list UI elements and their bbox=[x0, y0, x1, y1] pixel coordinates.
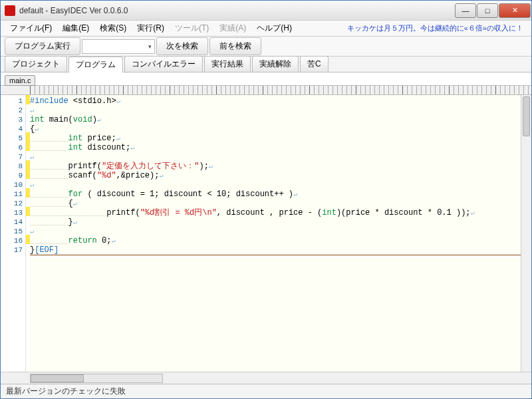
code-line[interactable]: ↵ bbox=[30, 180, 531, 190]
code-line[interactable]: ________printf("定価を入力して下さい：");↵ bbox=[30, 162, 531, 171]
line-number: 7 bbox=[1, 152, 25, 162]
menubar: ファイル(F) 編集(E) 検索(S) 実行(R) ツール(T) 実績(A) ヘ… bbox=[1, 21, 531, 37]
tab-run-result[interactable]: 実行結果 bbox=[204, 56, 251, 72]
menu-help[interactable]: ヘルプ(H) bbox=[251, 21, 297, 36]
code-line[interactable]: ________scanf("%d",&price);↵ bbox=[30, 171, 531, 180]
maximize-button[interactable]: □ bbox=[477, 3, 498, 18]
menu-edit[interactable]: 編集(E) bbox=[57, 21, 94, 36]
toolbar: プログラム実行 ▾ 次を検索 前を検索 bbox=[1, 37, 531, 57]
menu-file[interactable]: ファイル(F) bbox=[5, 21, 57, 36]
window-title: default - EasyIDEC Ver 0.0.6.0 bbox=[19, 6, 455, 15]
code-line[interactable]: ↵ bbox=[30, 227, 531, 236]
code-line[interactable]: ________int price;↵ bbox=[30, 134, 531, 143]
vscroll-thumb[interactable] bbox=[523, 96, 530, 136]
line-number: 14 bbox=[1, 217, 25, 227]
code-line[interactable]: ↵ bbox=[30, 152, 531, 162]
hscroll-area bbox=[1, 372, 531, 384]
run-program-button[interactable]: プログラム実行 bbox=[5, 37, 80, 55]
eof-line bbox=[30, 255, 531, 255]
line-number: 10 bbox=[1, 180, 25, 190]
code-line[interactable]: {↵ bbox=[30, 124, 531, 134]
tab-project[interactable]: プロジェクト bbox=[5, 56, 67, 72]
code-content[interactable]: #include <stdio.h>↵↵int main(void)↵{↵___… bbox=[30, 95, 531, 372]
chevron-down-icon: ▾ bbox=[148, 43, 152, 50]
line-number: 11 bbox=[1, 190, 25, 199]
line-number: 13 bbox=[1, 208, 25, 217]
promo-link[interactable]: キッカケは月５万円。今は継続的に«６倍»の収入に！ bbox=[347, 23, 527, 33]
menu-search[interactable]: 検索(S) bbox=[94, 21, 132, 36]
status-text: 最新バージョンのチェックに失敗 bbox=[6, 386, 126, 397]
line-number: 9 bbox=[1, 171, 25, 180]
tab-kuc[interactable]: 苦C bbox=[300, 56, 329, 72]
line-number: 3 bbox=[1, 115, 25, 124]
menu-result[interactable]: 実績(A) bbox=[214, 21, 251, 36]
code-line[interactable]: ________{↵ bbox=[30, 199, 531, 208]
line-number: 12 bbox=[1, 199, 25, 208]
line-number: 2 bbox=[1, 106, 25, 115]
find-next-button[interactable]: 次を検索 bbox=[156, 37, 208, 55]
horizontal-scrollbar[interactable] bbox=[30, 374, 163, 383]
code-line[interactable]: }[EOF] bbox=[30, 245, 531, 255]
code-line[interactable]: ________int discount;↵ bbox=[30, 143, 531, 152]
editor[interactable]: 1234567891011121314151617 #include <stdi… bbox=[1, 95, 531, 372]
line-number: 17 bbox=[1, 245, 25, 255]
code-line[interactable]: ________}↵ bbox=[30, 217, 531, 227]
code-line[interactable]: int main(void)↵ bbox=[30, 115, 531, 124]
line-number: 4 bbox=[1, 124, 25, 134]
file-tabbar: main.c bbox=[1, 72, 531, 86]
hscroll-thumb[interactable] bbox=[31, 374, 84, 382]
line-number: 8 bbox=[1, 162, 25, 171]
tab-compile-error[interactable]: コンパイルエラー bbox=[124, 56, 203, 72]
code-line[interactable]: ________return 0;↵ bbox=[30, 236, 531, 245]
titlebar: default - EasyIDEC Ver 0.0.6.0 — □ ✕ bbox=[1, 1, 531, 21]
menu-tool[interactable]: ツール(T) bbox=[170, 21, 214, 36]
line-number-gutter: 1234567891011121314151617 bbox=[1, 95, 26, 372]
code-line[interactable]: #include <stdio.h>↵ bbox=[30, 96, 531, 106]
menu-run[interactable]: 実行(R) bbox=[132, 21, 170, 36]
minimize-button[interactable]: — bbox=[455, 3, 476, 18]
line-number: 1 bbox=[1, 96, 25, 106]
code-line[interactable]: ________for ( discount = 1; discount < 1… bbox=[30, 190, 531, 199]
find-prev-button[interactable]: 前を検索 bbox=[209, 37, 261, 55]
line-number: 16 bbox=[1, 236, 25, 245]
tabbar: プロジェクト プログラム コンパイルエラー 実行結果 実績解除 苦C bbox=[1, 57, 531, 72]
tab-result-clear[interactable]: 実績解除 bbox=[252, 56, 299, 72]
app-icon bbox=[5, 5, 15, 16]
line-number: 5 bbox=[1, 134, 25, 143]
ruler bbox=[1, 86, 531, 95]
code-line[interactable]: ________________printf("%d割引 = %d円\n", d… bbox=[30, 208, 531, 217]
tab-program[interactable]: プログラム bbox=[68, 57, 123, 72]
close-button[interactable]: ✕ bbox=[499, 3, 531, 18]
code-line[interactable]: ↵ bbox=[30, 106, 531, 115]
line-number: 15 bbox=[1, 227, 25, 236]
search-combo[interactable]: ▾ bbox=[82, 39, 155, 54]
line-number: 6 bbox=[1, 143, 25, 152]
vertical-scrollbar[interactable] bbox=[521, 95, 531, 372]
statusbar: 最新バージョンのチェックに失敗 bbox=[1, 384, 531, 398]
file-tab-main-c[interactable]: main.c bbox=[5, 75, 35, 86]
